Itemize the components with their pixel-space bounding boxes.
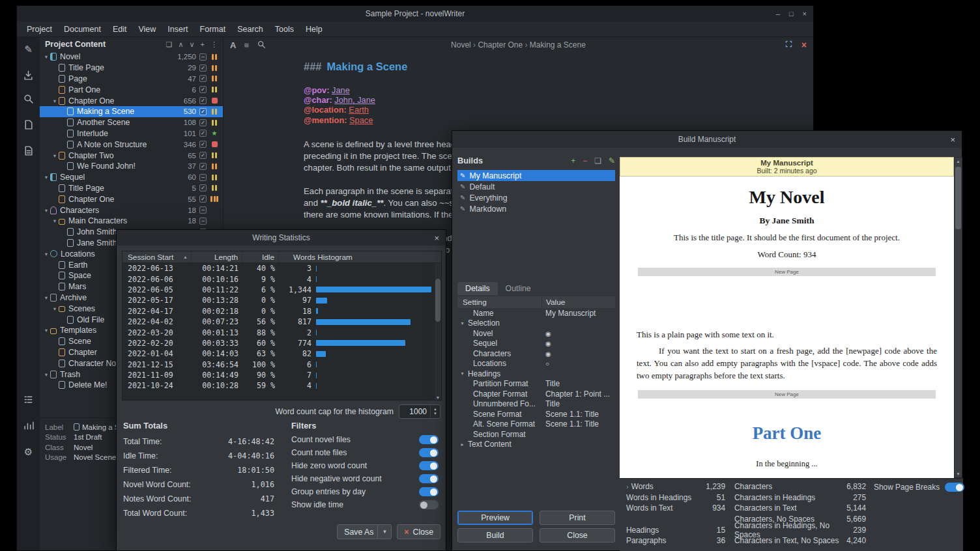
edit-build-icon[interactable]: ✎ <box>609 156 615 165</box>
check-icon[interactable]: ✓ <box>199 152 207 159</box>
tree-item[interactable]: Title Page5✓ <box>40 183 223 194</box>
tag-value[interactable]: Earth <box>349 105 369 115</box>
close-icon[interactable]: × <box>950 131 955 148</box>
filter-toggle[interactable] <box>419 487 439 496</box>
menu-edit[interactable]: Edit <box>107 25 133 34</box>
tree-item[interactable]: ▾Main Characters18– <box>40 216 223 227</box>
tree-item[interactable]: ▾Characters18– <box>40 205 223 216</box>
setting-row[interactable]: Novel◉ <box>457 328 615 339</box>
menu-view[interactable]: View <box>132 25 162 34</box>
filter-toggle[interactable] <box>419 461 439 470</box>
chevron-right-icon[interactable]: › <box>626 483 629 490</box>
setting-row[interactable]: ▾Selection <box>457 318 615 329</box>
filter-toggle[interactable] <box>419 448 439 457</box>
minimize-icon[interactable]: – <box>776 10 780 18</box>
scrollbar-thumb[interactable] <box>955 167 961 229</box>
chevron-down-icon[interactable]: ▾ <box>42 371 50 378</box>
tag-value[interactable]: John, Jane <box>334 95 375 105</box>
tree-item[interactable]: A Note on Structure346✓ <box>40 139 223 150</box>
maximize-icon[interactable]: □ <box>789 10 794 18</box>
chevron-down-icon[interactable]: ▾ <box>42 207 50 214</box>
tree-item[interactable]: Interlude101✓★ <box>40 128 223 139</box>
breadcrumb-part[interactable]: Chapter One <box>478 40 523 49</box>
build-titlebar[interactable]: Build Manuscript × <box>452 131 962 148</box>
chevron-down-icon[interactable]: ▾ <box>51 305 59 312</box>
radio-on-icon[interactable]: ◉ <box>545 330 551 337</box>
document-icon[interactable] <box>22 118 35 132</box>
tree-item[interactable]: Title Page29✓ <box>40 63 223 74</box>
setting-row[interactable]: Scene FormatScene 1.1: Title <box>457 409 615 419</box>
scroll-down-icon[interactable]: ▼ <box>435 395 441 400</box>
menu-search[interactable]: Search <box>231 25 269 34</box>
menu-document[interactable]: Document <box>58 25 107 34</box>
setting-row[interactable]: Unnumbered Fo...Title <box>457 399 615 410</box>
menu-insert[interactable]: Insert <box>162 25 194 34</box>
setting-row[interactable]: ▾Headings <box>457 369 615 379</box>
partial-check-icon[interactable]: – <box>199 206 207 214</box>
save-as-button[interactable]: Save As▼ <box>337 524 392 539</box>
tree-item[interactable]: ▾Chapter One656✓ <box>40 95 223 106</box>
scroll-up-icon[interactable]: ▲ <box>955 159 962 163</box>
chevron-down-icon[interactable]: ▾ <box>42 294 50 301</box>
menu-project[interactable]: Project <box>21 25 58 34</box>
build-list-item[interactable]: ✎Markdown <box>457 203 615 214</box>
check-icon[interactable]: ✓ <box>199 130 207 137</box>
check-icon[interactable]: ✓ <box>199 119 207 126</box>
chevron-down-icon[interactable]: ▾ <box>459 371 466 376</box>
word-cap-spinner[interactable]: 1000 ▲▼ <box>399 404 440 419</box>
compose-icon[interactable]: ✎ <box>22 42 35 56</box>
move-up-icon[interactable]: ∧ <box>178 40 183 49</box>
chevron-down-icon[interactable]: ▾ <box>42 327 50 333</box>
chevron-right-icon[interactable]: ▸ <box>459 442 466 447</box>
tree-item[interactable]: Another Scene108✓ <box>40 117 223 128</box>
setting-row[interactable]: Locations○ <box>457 359 615 369</box>
scroll-down-icon[interactable]: ▼ <box>955 472 962 476</box>
search-icon[interactable] <box>257 40 266 51</box>
setting-row[interactable]: Partition FormatTitle <box>457 379 615 389</box>
tree-item[interactable]: Making a Scene530✓ <box>40 106 223 117</box>
settings-gear-icon[interactable]: ⚙ <box>22 445 35 459</box>
table-scrollbar[interactable]: ▼ <box>434 263 441 400</box>
tag-value[interactable]: Space <box>349 115 373 125</box>
close-icon[interactable]: × <box>434 230 439 246</box>
build-list-item[interactable]: ✎My Manuscript <box>457 170 615 181</box>
menu-help[interactable]: Help <box>300 25 328 34</box>
chevron-down-icon[interactable]: ▾ <box>42 53 50 60</box>
check-icon[interactable]: ✓ <box>199 64 207 72</box>
notes-icon[interactable] <box>22 144 35 158</box>
text-format-icon[interactable]: A <box>230 40 236 50</box>
setting-row[interactable]: Alt. Scene FormatScene 1.1: Title <box>457 419 615 430</box>
breadcrumb-part[interactable]: Making a Scene <box>530 40 586 49</box>
breadcrumb-part[interactable]: Novel <box>451 40 471 49</box>
scrollbar-thumb[interactable] <box>435 279 440 322</box>
sort-asc-icon[interactable]: ▲ <box>183 255 188 259</box>
check-icon[interactable]: ✓ <box>199 184 207 191</box>
add-item-icon[interactable]: + <box>201 40 205 48</box>
tab-outline[interactable]: Outline <box>498 282 539 295</box>
column-header[interactable]: Words Histogram <box>279 251 441 262</box>
partial-check-icon[interactable]: – <box>199 174 207 181</box>
setting-row[interactable]: Characters◉ <box>457 348 615 359</box>
remove-build-icon[interactable]: − <box>583 156 587 165</box>
radio-on-icon[interactable]: ◉ <box>545 350 551 358</box>
tree-item[interactable]: ▾Novel1,250– <box>40 51 223 63</box>
chevron-down-icon[interactable]: ▾ <box>51 98 59 104</box>
filter-toggle[interactable] <box>419 474 439 483</box>
column-header[interactable]: Length <box>192 251 242 262</box>
chevron-down-icon[interactable]: ▾ <box>42 251 50 257</box>
check-icon[interactable]: ✓ <box>199 75 207 82</box>
filter-toggle[interactable] <box>419 500 439 509</box>
setting-row[interactable]: Sequel◉ <box>457 339 615 349</box>
partial-check-icon[interactable]: – <box>199 53 207 61</box>
column-header[interactable]: Idle <box>242 251 279 262</box>
check-icon[interactable]: ✓ <box>199 141 207 148</box>
print-button[interactable]: Print <box>540 511 615 525</box>
check-icon[interactable]: ✓ <box>199 108 207 115</box>
duplicate-icon[interactable]: ❏ <box>166 40 173 49</box>
close-button[interactable]: Close <box>540 528 615 543</box>
check-icon[interactable]: ✓ <box>199 163 207 170</box>
session-row[interactable]: 2022-03-2000:01:1388 %2 <box>122 327 434 337</box>
filter-toggle[interactable] <box>419 435 439 444</box>
spin-up-icon[interactable]: ▲ <box>433 407 437 412</box>
chevron-down-icon[interactable]: ▾ <box>51 218 59 224</box>
